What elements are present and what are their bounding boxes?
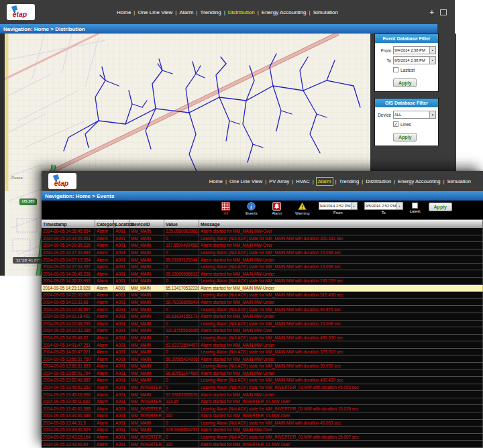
event-row[interactable]: 2014-09-05 13:45:11.692AlarmA001MM_INVER… — [42, 398, 483, 406]
event-row[interactable]: 2014-09-05 14:35:45.554AlarmA001MM_MAIN1… — [42, 228, 483, 235]
event-row[interactable]: 2014-09-05 14:13:33.68AlarmA001MM_MAIN68… — [42, 299, 483, 306]
event-row[interactable]: 2014-09-05 13:43:46.523AlarmA001MM_MAIN1… — [42, 427, 483, 434]
event-row-selected[interactable]: 2014-09-05 14:23:18.828AlarmA001MM_MAIN6… — [42, 285, 483, 292]
event-row[interactable]: 2014-09-05 13:52:46.887AlarmA001MM_MAIN0… — [42, 377, 483, 384]
event-cell-message: Leaving Alarm (Not ACK) state for MM_INV… — [199, 434, 483, 441]
menu-separator: | — [292, 178, 293, 184]
from-datetime-input[interactable]: 9/4/2014 2:52 PM ▪ — [319, 202, 358, 210]
event-cell-category: Alarm — [95, 242, 114, 249]
event-cell-value: 65.1341705322266 — [164, 285, 199, 292]
maximize-icon[interactable] — [440, 9, 447, 15]
event-filter-apply-button[interactable]: Apply — [393, 78, 417, 87]
menu-item-distribution[interactable]: Distribution — [228, 9, 255, 15]
event-row[interactable]: 2014-09-05 13:45:01.588AlarmA001MM_INVER… — [42, 405, 483, 412]
filter-events-button[interactable]: iEvents — [242, 202, 261, 215]
to-datetime-input[interactable]: 9/5/2014 2:38 PM ▪ — [393, 56, 436, 64]
menu-item-home[interactable]: Home — [117, 9, 131, 15]
event-cell-category: Alarm — [95, 427, 114, 433]
filter-warning-button[interactable]: !Warning — [293, 202, 312, 215]
event-cell-timestamp: 2014-09-05 13:45:52.352 — [42, 384, 95, 391]
event-cell-category: Alarm — [95, 349, 114, 355]
datetime-spinner-icon[interactable]: ▪ — [429, 57, 435, 64]
menu-item-one-line-view[interactable]: One Line View — [229, 178, 262, 184]
menu-item-simulation[interactable]: Simulation — [313, 9, 338, 15]
event-row[interactable]: 2014-09-05 13:55:01.764AlarmA001MM_MAIN8… — [42, 370, 483, 378]
event-row[interactable]: 2014-09-05 14:00:47.221AlarmA001MM_MAIN0… — [42, 349, 483, 356]
event-row[interactable]: 2014-09-05 14:09:48.22AlarmA001MM_MAIN0L… — [42, 335, 483, 342]
datetime-spinner-icon[interactable]: ▪ — [351, 203, 357, 209]
menu-item-one-line-view[interactable]: One Line View — [138, 9, 172, 15]
event-row[interactable]: 2014-09-05 14:11:18.451AlarmA001MM_MAIN8… — [42, 313, 483, 321]
event-cell-deviceid: MM_INVERTER_01 — [129, 441, 164, 447]
column-header-message[interactable]: Message — [199, 220, 483, 228]
event-row[interactable]: 2014-09-05 13:45:52.352AlarmA001MM_INVER… — [42, 384, 483, 392]
event-row[interactable]: 2014-09-05 14:29:35.335AlarmA001MM_MAIN1… — [42, 242, 483, 249]
filter-all-button[interactable]: All — [217, 202, 235, 215]
event-row[interactable]: 2014-09-05 13:44:46.388AlarmA001MM_INVER… — [42, 412, 483, 420]
event-row[interactable]: 2014-09-05 14:34:45.551AlarmA001MM_MAIN0… — [42, 235, 483, 243]
menu-item-simulation[interactable]: Simulation — [447, 178, 471, 184]
event-cell-timestamp: 2014-09-05 13:43:15.164 — [42, 434, 95, 441]
svg-text:etap: etap — [54, 180, 69, 187]
menu-item-trending[interactable]: Trending — [200, 9, 221, 15]
to-datetime-input[interactable]: 9/5/2014 2:52 PM ▪ — [364, 202, 403, 210]
menu-item-alarm[interactable]: Alarm — [317, 178, 333, 185]
menu-item-home[interactable]: Home — [209, 178, 223, 184]
column-header-deviceid[interactable]: DeviceID — [129, 220, 164, 228]
events-toolbar: AlliEventsAlarm!Warning 9/4/2014 2:52 PM… — [42, 201, 483, 219]
event-cell-timestamp: 2014-09-05 14:27:04.357 — [42, 264, 95, 270]
lastest-checkbox[interactable] — [393, 67, 398, 72]
column-header-timestamp[interactable]: Timestamp — [42, 220, 95, 228]
dropdown-arrow-icon[interactable]: ▾ — [429, 111, 435, 118]
latest-checkbox[interactable] — [412, 203, 418, 209]
datetime-spinner-icon[interactable]: ▪ — [429, 47, 435, 54]
from-datetime-input[interactable]: 9/4/2014 2:38 PM ▪ — [393, 46, 436, 54]
lines-checkbox[interactable]: ✓ — [393, 121, 398, 127]
event-row[interactable]: 2014-09-05 13:56:31.750AlarmA001MM_MAIN5… — [42, 355, 483, 363]
event-row[interactable]: 2014-09-05 14:26:33.993AlarmA001MM_MAIN0… — [42, 278, 483, 285]
event-row[interactable]: 2014-09-05 14:10:48.295AlarmA001MM_MAIN0… — [42, 321, 483, 328]
toolbar-apply-button[interactable]: Apply — [429, 203, 452, 211]
event-cell-location: A001 — [114, 335, 129, 341]
menu-separator: | — [196, 9, 197, 15]
menu-item-energy-accounting[interactable]: Energy Accounting — [398, 178, 440, 184]
event-row[interactable]: 2014-09-05 13:44:31.5AlarmA001MM_MAIN0Le… — [42, 420, 483, 427]
event-row[interactable]: 2014-09-05 14:26:45.336AlarmA001MM_MAIN8… — [42, 270, 483, 278]
event-row[interactable]: 2014-09-05 14:27:19.354AlarmA001MM_MAIN8… — [42, 256, 483, 264]
filter-alarm-button[interactable]: Alarm — [268, 202, 286, 215]
event-row[interactable]: 2014-09-05 14:27:33.884AlarmA001MM_MAIN0… — [42, 249, 483, 257]
event-cell-deviceid: MM_MAIN — [129, 242, 164, 249]
column-header-category[interactable]: Category — [95, 220, 114, 228]
menu-item-alarm[interactable]: Alarm — [179, 9, 193, 15]
event-row[interactable]: 2014-09-05 13:43:15.164AlarmA001MM_INVER… — [42, 434, 483, 441]
column-header-location[interactable]: Location — [114, 220, 129, 228]
menu-item-pv-array[interactable]: PV Array — [269, 178, 289, 184]
event-cell-location: A001 — [114, 427, 129, 433]
dist-header: etap Home|One Line View|Alarm|Trending|D… — [0, 0, 455, 24]
event-cell-deviceid: MM_MAIN — [129, 341, 164, 348]
event-row[interactable]: 2014-09-05 14:12:48.557AlarmA001MM_MAIN0… — [42, 306, 483, 313]
menu-item-distribution[interactable]: Distribution — [366, 178, 391, 184]
event-row[interactable]: 2014-09-05 13:55:31.853AlarmA001MM_MAIN0… — [42, 363, 483, 370]
event-row[interactable]: 2014-09-05 13:43:00.54AlarmA001MM_INVERT… — [42, 441, 483, 448]
event-row[interactable]: 2014-09-05 13:45:16.656AlarmA001MM_MAIN5… — [42, 391, 483, 398]
events-icon: i — [247, 202, 256, 211]
event-cell-location: A001 — [114, 256, 129, 263]
pan-icon[interactable]: + — [430, 9, 434, 16]
event-cell-deviceid: MM_MAIN — [129, 391, 164, 398]
event-row[interactable]: 2014-09-05 14:01:47.251AlarmA001MM_MAIN6… — [42, 341, 483, 349]
event-row[interactable]: 2014-09-05 14:22:03.907AlarmA001MM_MAIN0… — [42, 292, 483, 299]
menu-item-trending[interactable]: Trending — [339, 178, 360, 184]
event-cell-location: A001 — [114, 405, 129, 412]
event-cell-category: Alarm — [95, 420, 114, 427]
menu-item-hvac[interactable]: HVAC — [296, 178, 310, 184]
gis-filter-apply-button[interactable]: Apply — [393, 133, 417, 142]
event-cell-timestamp: 2014-09-05 13:56:31.750 — [42, 355, 95, 362]
event-row[interactable]: 2014-09-05 14:10:33.286AlarmA001MM_MAIN1… — [42, 327, 483, 335]
column-header-value[interactable]: Value — [164, 220, 199, 228]
menu-item-energy-accounting[interactable]: Energy Accounting — [262, 9, 307, 15]
datetime-spinner-icon[interactable]: ▪ — [396, 203, 402, 209]
event-row[interactable]: 2014-09-05 14:27:04.357AlarmA001MM_MAIN0… — [42, 264, 483, 271]
event-cell-deviceid: MM_MAIN — [129, 313, 164, 320]
device-select[interactable]: ALL ▾ — [393, 111, 436, 119]
